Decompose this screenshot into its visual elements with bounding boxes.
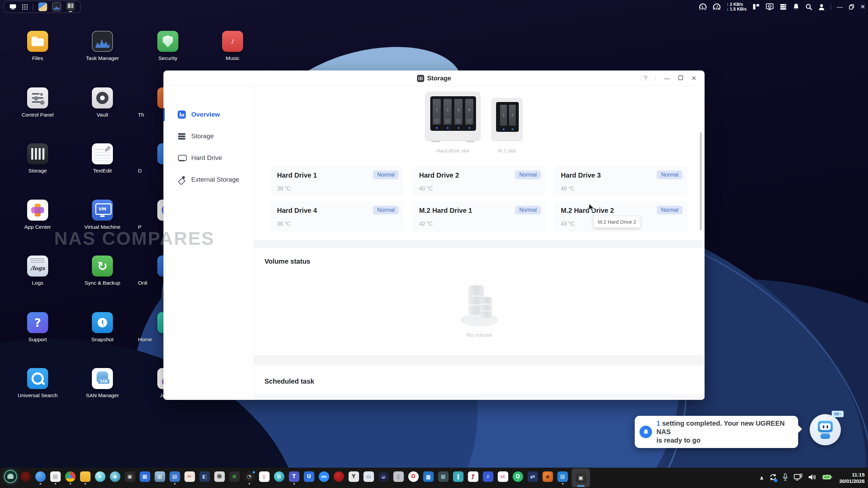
assistant-robot[interactable]: HI~	[810, 414, 841, 445]
remote-display-icon[interactable]	[766, 3, 774, 11]
flame-app-icon	[20, 471, 31, 482]
volume-speaker-icon[interactable]	[808, 473, 817, 482]
taskbar-red-oval-app[interactable]	[333, 468, 344, 487]
desktop-icon-music[interactable]: ♪Music	[209, 31, 256, 61]
desktop-icon-security[interactable]: Security	[144, 31, 192, 61]
desktop-icon-san-manager[interactable]: SANSAN Manager	[79, 368, 126, 399]
remote-pc-app-icon: ▭	[363, 471, 374, 482]
help-button[interactable]: ?	[644, 75, 647, 82]
desktop-minimize-icon[interactable]: —	[837, 4, 843, 10]
taskbar-capture-frame-app[interactable]: ▣	[124, 468, 136, 487]
desktop-icon-snapshot[interactable]: Snapshot	[79, 312, 126, 343]
taskbar-tool-red-app[interactable]: ✂	[184, 468, 195, 487]
taskbar-q-green-app[interactable]: Q	[512, 468, 524, 487]
taskbar-folder-app[interactable]	[79, 468, 91, 487]
drive-card-hard-drive-3[interactable]: Hard Drive 3Normal40 °C	[554, 166, 687, 197]
microphone-icon[interactable]	[782, 473, 788, 483]
search-icon[interactable]	[805, 3, 812, 11]
drive-card-hard-drive-2[interactable]: Hard Drive 2Normal40 °C	[412, 166, 546, 197]
desktop-icon-support[interactable]: ?Support	[14, 312, 61, 343]
taskbar-mascot-app[interactable]: ◉	[542, 468, 553, 487]
running-app-storage[interactable]	[66, 1, 75, 13]
drive-card-m-2-hard-drive-1[interactable]: M.2 Hard Drive 1Normal42 °C	[412, 201, 546, 232]
window-scrollbar[interactable]	[700, 132, 702, 230]
desktop-icon-vault[interactable]: Vault	[79, 87, 126, 118]
taskbar-goggles-app[interactable]: ◒	[378, 468, 389, 487]
close-button[interactable]: ✕	[691, 75, 696, 81]
taskbar-teams-app[interactable]: T	[288, 468, 300, 487]
desktop-icon-logs[interactable]: /logsLogs	[14, 256, 61, 286]
taskbar-active-capture-app[interactable]: ▣	[572, 468, 590, 487]
taskbar-calculator-app[interactable]: ▦	[437, 468, 449, 487]
taskbar-camera-teal-app[interactable]: ◉	[109, 468, 121, 487]
running-app-task-manager[interactable]	[52, 1, 61, 13]
sidebar-item-hard-drive[interactable]: Hard Drive	[163, 150, 254, 165]
taskbar-bars-teal-app[interactable]: ‖	[452, 468, 464, 487]
maximize-button[interactable]	[678, 75, 683, 81]
taskbar-drop-app[interactable]	[35, 468, 46, 487]
user-account-icon[interactable]	[818, 3, 825, 11]
ram-gauge-icon[interactable]: RAM	[713, 3, 721, 11]
window-titlebar[interactable]: Storage ? — ✕	[163, 70, 705, 86]
taskbar-usb-app[interactable]: ▯	[393, 468, 404, 487]
running-app-wallpaper[interactable]	[38, 1, 47, 13]
taskbar-flame-app[interactable]	[20, 468, 31, 487]
taskbar-remote-pc-app[interactable]: ▭	[363, 468, 374, 487]
dock-divider	[33, 3, 33, 10]
taskbar-opera-app[interactable]: O	[408, 468, 419, 487]
taskbar-gli-app[interactable]: gli	[527, 468, 538, 487]
taskbar-server-green-app[interactable]: ≡	[229, 468, 240, 487]
sidebar-item-storage[interactable]: Storage	[163, 129, 254, 144]
network-ethernet-icon[interactable]	[794, 473, 803, 482]
robot-avatar	[810, 414, 841, 445]
taskbar-screenshot-app[interactable]: ▧	[557, 468, 568, 487]
minimize-button[interactable]: —	[664, 75, 670, 81]
server-list-icon[interactable]	[780, 3, 787, 11]
taskbar-zoom-app[interactable]: zm	[318, 468, 330, 487]
taskbar-obs-app[interactable]: ◔	[243, 468, 255, 487]
notification-toast[interactable]: 1 setting completed. Your new UGREEN NAS…	[635, 416, 798, 448]
taskbar-chrome-app[interactable]: ●	[64, 468, 76, 487]
taskbar-clock[interactable]: 11:15 30/01/2026	[839, 471, 865, 484]
cpu-gauge-icon[interactable]: CPU	[699, 3, 707, 11]
taskbar-script-f-app[interactable]: ƒ	[467, 468, 479, 487]
desktop-icon-sync-backup[interactable]: ↻Sync & Backup	[79, 256, 126, 286]
taskbar-slashes-app[interactable]: //	[482, 468, 494, 487]
taskbar-vault-box-app[interactable]: ▥	[154, 468, 165, 487]
taskbar-y-app[interactable]: Y	[348, 468, 359, 487]
drive-card-hard-drive-4[interactable]: Hard Drive 4Normal36 °C	[270, 201, 403, 232]
app-launcher-icon[interactable]	[22, 4, 28, 10]
network-speed[interactable]: ↑ 2 KB/s ↓ 1.5 KB/s	[727, 2, 747, 12]
taskbar-profile-app[interactable]: ☻	[214, 468, 225, 487]
taskbar-photo-dark-app[interactable]: ◧	[199, 468, 210, 487]
sidebar-item-overview[interactable]: Overview	[163, 107, 254, 122]
desktop-icon-app-center[interactable]: App Center	[14, 200, 61, 230]
tray-expand-icon[interactable]: ∧	[760, 475, 764, 481]
notifications-bell-icon[interactable]	[793, 3, 800, 11]
sync-status-icon[interactable]	[769, 473, 777, 482]
desktop-icon-files[interactable]: Files	[14, 31, 61, 61]
taskbar-battery-red-app[interactable]: ▯	[258, 468, 270, 487]
desktop-restore-icon[interactable]	[849, 4, 854, 10]
drive-card-hard-drive-1[interactable]: Hard Drive 1Normal38 °C	[270, 166, 403, 197]
desktop-icon-storage[interactable]: Storage	[14, 143, 61, 174]
taskbar-pc-app[interactable]: ▤	[169, 468, 180, 487]
desktop-icon-control-panel[interactable]: Control Panel	[14, 87, 61, 118]
taskbar-window-tiles-app[interactable]: ▦	[139, 468, 151, 487]
sidebar-item-external-storage[interactable]: External Storage	[163, 172, 254, 187]
desktop-icon-universal-search[interactable]: Universal Search	[14, 368, 61, 399]
taskbar-search-teal-app[interactable]: ⌕	[94, 468, 106, 487]
taskbar-notepad-app[interactable]: ▤	[50, 468, 61, 487]
taskbar-start-button[interactable]	[5, 468, 16, 487]
desktop-close-icon[interactable]: ✕	[860, 4, 865, 10]
widgets-icon[interactable]	[752, 3, 760, 11]
taskbar-ugreen-u-app[interactable]: U	[303, 468, 315, 487]
taskbar-lc-app[interactable]: LC	[497, 468, 509, 487]
battery-charging-icon[interactable]	[822, 474, 832, 482]
desktop-icon-task-manager[interactable]: Task Manager	[79, 31, 126, 61]
show-desktop-icon[interactable]	[9, 3, 17, 11]
desktop-icon-virtual-machine[interactable]: VMVirtual Machine	[79, 200, 126, 230]
taskbar-monitor-graph-app[interactable]: ▆	[422, 468, 434, 487]
desktop-icon-textedit[interactable]: TextEdit	[79, 143, 126, 174]
taskbar-globe-teal-app[interactable]: ◍	[273, 468, 285, 487]
